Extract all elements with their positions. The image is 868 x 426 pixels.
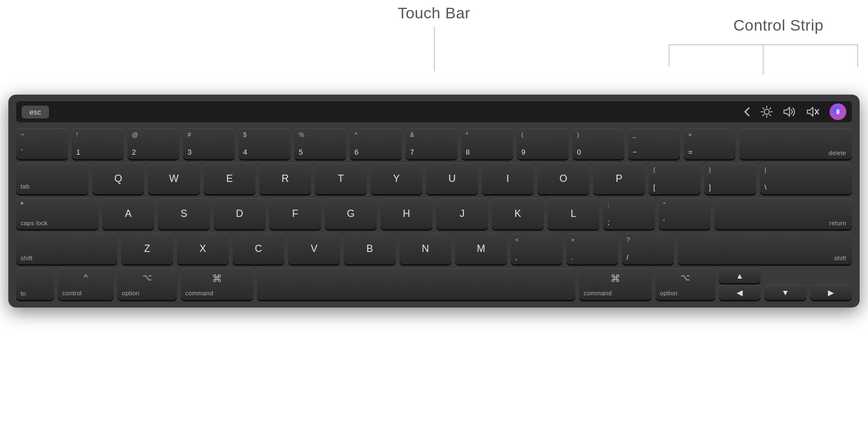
key-p[interactable]: P	[593, 163, 645, 194]
key-slash[interactable]: ? /	[622, 233, 674, 264]
svg-marker-9	[784, 107, 790, 116]
key-c[interactable]: C	[233, 233, 284, 264]
caps-lock-indicator	[21, 202, 23, 205]
key-z[interactable]: Z	[121, 233, 173, 264]
key-q[interactable]: Q	[92, 163, 144, 194]
key-1[interactable]: ! 1	[72, 128, 124, 159]
right-shift-key[interactable]: shift	[678, 233, 852, 264]
key-close-bracket[interactable]: } ]	[704, 163, 756, 194]
key-8[interactable]: * 8	[461, 128, 513, 159]
key-y[interactable]: Y	[371, 163, 422, 194]
key-4[interactable]: $ 4	[239, 128, 290, 159]
brightness-icon[interactable]	[761, 106, 773, 118]
svg-line-8	[763, 115, 764, 116]
key-u[interactable]: U	[426, 163, 478, 194]
key-x[interactable]: X	[177, 233, 229, 264]
key-n[interactable]: N	[400, 233, 451, 264]
key-quote[interactable]: " '	[659, 198, 711, 229]
control-strip-label: Control Strip	[733, 17, 823, 34]
key-h[interactable]: H	[381, 198, 432, 229]
touchbar-controls	[743, 103, 846, 120]
tab-key[interactable]: tab	[16, 163, 88, 194]
key-e[interactable]: E	[204, 163, 255, 194]
key-d[interactable]: D	[214, 198, 265, 229]
arrow-right-key[interactable]: ▶	[810, 285, 852, 300]
key-i[interactable]: I	[482, 163, 534, 194]
bottom-row: fn ^ control ⌥ option ⌘ command ⌘ comman…	[16, 268, 852, 300]
key-5[interactable]: % 5	[294, 128, 346, 159]
arrow-key-group: ▲ ◀ ▼ ▶	[719, 268, 852, 300]
space-key[interactable]	[257, 268, 575, 300]
key-s[interactable]: S	[158, 198, 210, 229]
key-g[interactable]: G	[325, 198, 377, 229]
key-minus[interactable]: _ −	[628, 128, 680, 159]
arrow-down-key[interactable]: ▼	[765, 285, 806, 300]
chevron-left-icon[interactable]	[743, 106, 751, 117]
key-3[interactable]: # 3	[183, 128, 235, 159]
arrow-left-key[interactable]: ◀	[719, 285, 761, 300]
key-7[interactable]: & 7	[406, 128, 457, 159]
key-l[interactable]: L	[548, 198, 599, 229]
delete-key[interactable]: delete	[739, 128, 852, 159]
key-o[interactable]: O	[537, 163, 589, 194]
svg-line-6	[770, 115, 771, 116]
svg-line-7	[770, 108, 771, 109]
control-key[interactable]: ^ control	[58, 268, 114, 300]
touch-bar-label: Touch Bar	[398, 4, 471, 22]
mute-icon[interactable]	[806, 106, 820, 117]
key-comma[interactable]: < ,	[511, 233, 563, 264]
keyboard: esc	[8, 95, 860, 308]
esc-key[interactable]: esc	[22, 106, 49, 118]
key-f[interactable]: F	[269, 198, 321, 229]
key-rows: ~ ` ! 1 @ 2 # 3 $ 4 % 5	[16, 128, 852, 300]
zxcv-row: shift Z X C V B N M < , > . ? / shift	[16, 233, 852, 264]
key-t[interactable]: T	[315, 163, 367, 194]
asdf-row: caps lock A S D F G H J K L : ; " ' retu…	[16, 198, 852, 229]
key-backslash[interactable]: | \	[760, 163, 852, 194]
key-w[interactable]: W	[148, 163, 200, 194]
key-b[interactable]: B	[344, 233, 396, 264]
key-open-bracket[interactable]: { [	[649, 163, 701, 194]
key-equals[interactable]: + =	[684, 128, 736, 159]
arrow-up-key[interactable]: ▲	[719, 268, 761, 283]
key-0[interactable]: ) 0	[573, 128, 624, 159]
key-k[interactable]: K	[492, 198, 544, 229]
key-j[interactable]: J	[436, 198, 488, 229]
svg-line-5	[763, 108, 764, 109]
right-command-key[interactable]: ⌘ command	[579, 268, 652, 300]
key-2[interactable]: @ 2	[127, 128, 179, 159]
key-9[interactable]: ( 9	[517, 128, 569, 159]
svg-point-13	[836, 109, 840, 115]
left-shift-key[interactable]: shift	[16, 233, 117, 264]
key-backtick[interactable]: ~ `	[16, 128, 68, 159]
siri-icon[interactable]	[830, 103, 846, 120]
fn-key[interactable]: fn	[16, 268, 54, 300]
touch-bar-line	[434, 27, 435, 71]
caps-lock-key[interactable]: caps lock	[16, 198, 98, 229]
key-period[interactable]: > .	[566, 233, 618, 264]
key-6[interactable]: ^ 6	[350, 128, 402, 159]
control-strip-bracket	[669, 44, 858, 67]
return-key[interactable]: return	[714, 198, 852, 229]
control-strip-line	[763, 44, 763, 75]
key-semicolon[interactable]: : ;	[603, 198, 655, 229]
key-a[interactable]: A	[102, 198, 154, 229]
key-v[interactable]: V	[288, 233, 340, 264]
number-row: ~ ` ! 1 @ 2 # 3 $ 4 % 5	[16, 128, 852, 159]
left-command-key[interactable]: ⌘ command	[181, 268, 253, 300]
left-option-key[interactable]: ⌥ option	[117, 268, 177, 300]
right-option-key[interactable]: ⌥ option	[655, 268, 715, 300]
touchbar: esc	[16, 101, 852, 122]
volume-icon[interactable]	[783, 106, 796, 117]
key-m[interactable]: M	[455, 233, 507, 264]
svg-point-0	[765, 110, 770, 115]
qwerty-row: tab Q W E R T Y U I O P { [ } ] | \	[16, 163, 852, 194]
svg-marker-10	[807, 107, 813, 116]
labels-area: Touch Bar Control Strip	[0, 0, 868, 95]
key-r[interactable]: R	[259, 163, 311, 194]
